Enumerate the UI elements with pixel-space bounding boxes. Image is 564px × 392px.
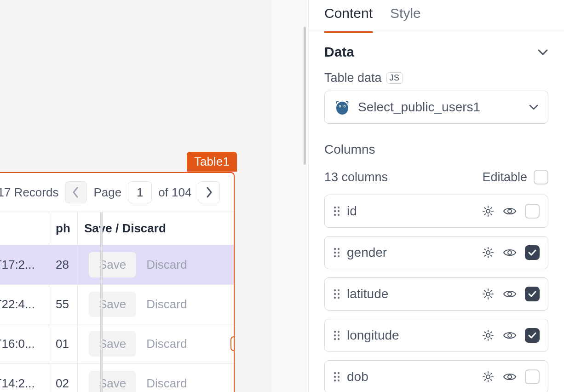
column-name: id	[347, 204, 475, 219]
horizontal-scroll-handle[interactable]	[230, 336, 235, 351]
table-cell[interactable]: 28	[49, 245, 78, 284]
columns-title: Columns	[324, 142, 548, 157]
column-editable-checkbox[interactable]	[525, 328, 540, 343]
panel-tabs: Content Style	[309, 0, 564, 32]
eye-icon	[503, 248, 517, 258]
table-header-cell[interactable]	[0, 212, 49, 245]
discard-button[interactable]: Discard	[146, 297, 187, 311]
table-header-cell[interactable]: Save / Discard	[78, 212, 211, 245]
column-visibility-button[interactable]	[503, 330, 517, 340]
table-widget[interactable]: 517 Records Page of 104 ph Save / Discar…	[0, 172, 235, 392]
table-cell[interactable]: -10T16:0...	[0, 324, 49, 363]
column-item[interactable]: id	[324, 195, 548, 228]
panel-scrollbar[interactable]	[304, 27, 306, 165]
widget-name-tag[interactable]: Table1	[187, 152, 237, 172]
svg-point-11	[486, 209, 490, 213]
table-row[interactable]: -19T14:2...02SaveDiscard	[0, 364, 234, 392]
column-editable-checkbox[interactable]	[525, 287, 540, 301]
section-title: Data	[324, 44, 354, 60]
gear-icon	[482, 329, 495, 342]
tab-style[interactable]: Style	[390, 0, 421, 31]
column-visibility-button[interactable]	[503, 248, 517, 258]
table-cell[interactable]: -09T17:2...	[0, 245, 49, 284]
table-cell-actions: SaveDiscard	[78, 245, 211, 284]
records-count: 517 Records	[0, 185, 58, 200]
column-settings-button[interactable]	[482, 246, 495, 259]
editable-checkbox[interactable]	[534, 170, 548, 184]
drag-handle[interactable]	[333, 247, 340, 259]
js-toggle-badge[interactable]: JS	[386, 72, 403, 84]
table-cell[interactable]: -19T14:2...	[0, 364, 49, 392]
svg-point-30	[338, 331, 340, 333]
svg-point-33	[334, 338, 336, 340]
column-visibility-button[interactable]	[503, 206, 517, 216]
column-settings-button[interactable]	[482, 205, 495, 218]
column-settings-button[interactable]	[482, 288, 495, 300]
next-page-button[interactable]	[198, 181, 220, 203]
property-panel: Content Style Data Table data JS Select_…	[308, 0, 564, 392]
save-button[interactable]: Save	[89, 252, 136, 277]
svg-point-20	[508, 251, 512, 254]
page-label: Page	[93, 185, 121, 200]
svg-point-0	[336, 102, 348, 115]
table-cell[interactable]: 02	[49, 364, 78, 392]
gear-icon	[482, 246, 495, 259]
column-item[interactable]: longitude	[324, 319, 548, 352]
column-editable-checkbox[interactable]	[525, 245, 540, 260]
table-data-select[interactable]: Select_public_users1	[324, 91, 548, 124]
svg-point-32	[338, 334, 340, 336]
column-editable-checkbox[interactable]	[525, 369, 540, 384]
table-row[interactable]: -10T16:0...01SaveDiscard	[0, 324, 234, 364]
table-cell[interactable]: -31T22:4...	[0, 285, 49, 324]
pagination-bar: 517 Records Page of 104	[0, 173, 234, 212]
column-item[interactable]: dob	[324, 360, 548, 392]
section-header-data[interactable]: Data	[324, 44, 548, 60]
column-visibility-button[interactable]	[503, 372, 517, 382]
drag-handle[interactable]	[333, 288, 340, 300]
discard-button[interactable]: Discard	[146, 376, 187, 391]
column-item[interactable]: gender	[324, 236, 548, 269]
svg-point-26	[338, 297, 340, 299]
discard-button[interactable]: Discard	[146, 337, 187, 351]
drag-handle[interactable]	[333, 205, 340, 217]
svg-point-28	[508, 292, 512, 296]
save-button[interactable]: Save	[89, 331, 136, 357]
gear-icon	[482, 205, 495, 218]
column-settings-button[interactable]	[482, 370, 495, 383]
column-resize-handle[interactable]	[100, 212, 103, 392]
svg-point-37	[334, 372, 336, 374]
svg-point-23	[334, 293, 336, 295]
tab-content[interactable]: Content	[324, 0, 373, 33]
drag-handle[interactable]	[333, 329, 340, 341]
column-name: latitude	[347, 287, 475, 301]
column-editable-checkbox[interactable]	[525, 204, 540, 219]
save-button[interactable]: Save	[89, 371, 136, 392]
page-of-label: of 104	[158, 185, 191, 200]
table-cell[interactable]: 55	[49, 285, 78, 324]
table-data-label: Table data	[324, 71, 382, 85]
page-input[interactable]	[128, 181, 152, 203]
svg-point-21	[334, 289, 336, 291]
column-settings-button[interactable]	[482, 329, 495, 342]
svg-point-44	[508, 375, 512, 379]
table-header-cell[interactable]: ph	[49, 212, 78, 245]
prev-page-button[interactable]	[65, 181, 87, 203]
svg-point-12	[508, 209, 512, 213]
postgres-icon	[334, 99, 351, 115]
eye-icon	[503, 206, 517, 216]
column-visibility-button[interactable]	[503, 289, 517, 299]
table-cell[interactable]: 01	[49, 324, 78, 363]
table-cell-actions: SaveDiscard	[78, 364, 211, 392]
column-name: dob	[347, 369, 475, 384]
column-item[interactable]: latitude	[324, 277, 548, 311]
chevron-down-icon	[537, 48, 548, 56]
svg-point-16	[338, 252, 340, 254]
discard-button[interactable]: Discard	[146, 258, 187, 272]
save-button[interactable]: Save	[89, 292, 136, 317]
svg-point-29	[334, 331, 336, 333]
drag-handle-icon	[333, 247, 340, 259]
svg-point-24	[338, 293, 340, 295]
table-row[interactable]: -31T22:4...55SaveDiscard	[0, 285, 234, 324]
table-row[interactable]: -09T17:2...28SaveDiscard	[0, 245, 234, 285]
drag-handle[interactable]	[333, 371, 340, 383]
